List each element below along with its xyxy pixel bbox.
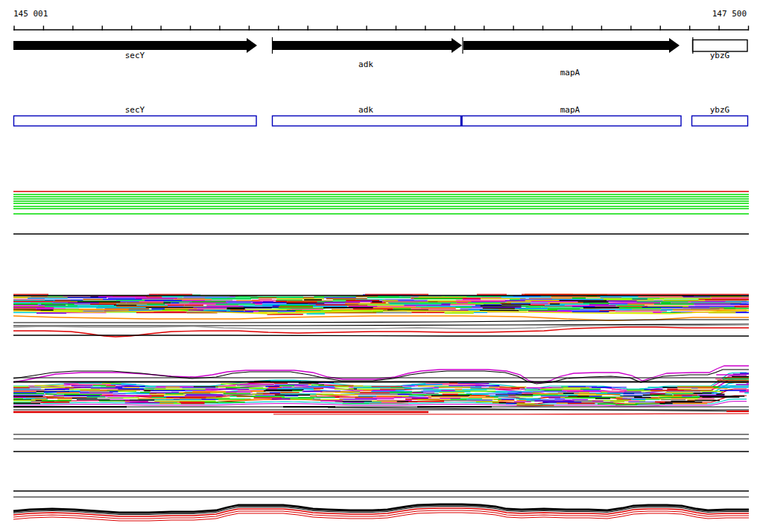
- box-label-mapA: mapA: [560, 105, 580, 115]
- ruler-start-label: 145 001: [13, 9, 48, 19]
- alignment-band-2: [13, 366, 749, 414]
- box-label-secY: secY: [125, 105, 145, 115]
- box-label-adk: adk: [358, 105, 373, 115]
- ruler-track: [13, 26, 749, 31]
- genome-browser-screenshot: 145 001 147 500 secY adk mapA ybzG secY …: [0, 0, 763, 532]
- stripe-track: [13, 191, 749, 214]
- bottom-curves: [13, 504, 749, 521]
- gene-arrow-track: [13, 37, 747, 54]
- gene-arrow-adk: [272, 38, 462, 53]
- gene-label-secY: secY: [125, 51, 145, 60]
- box-label-ybzG: ybzG: [710, 105, 730, 115]
- gene-label-mapA: mapA: [560, 68, 580, 77]
- gene-openbox-ybzG: [693, 40, 748, 52]
- labels: 145 001 147 500 secY adk mapA ybzG secY …: [13, 9, 747, 115]
- alignment-band-1: [13, 294, 749, 337]
- gene-arrow-mapA: [463, 38, 680, 53]
- separator-lines: [13, 234, 749, 497]
- gene-box-track: [14, 116, 748, 127]
- genome-browser-canvas: 145 001 147 500 secY adk mapA ybzG secY …: [0, 0, 763, 532]
- ruler-end-label: 147 500: [712, 9, 747, 19]
- gene-label-ybzG: ybzG: [710, 51, 730, 60]
- gene-label-adk: adk: [358, 60, 373, 69]
